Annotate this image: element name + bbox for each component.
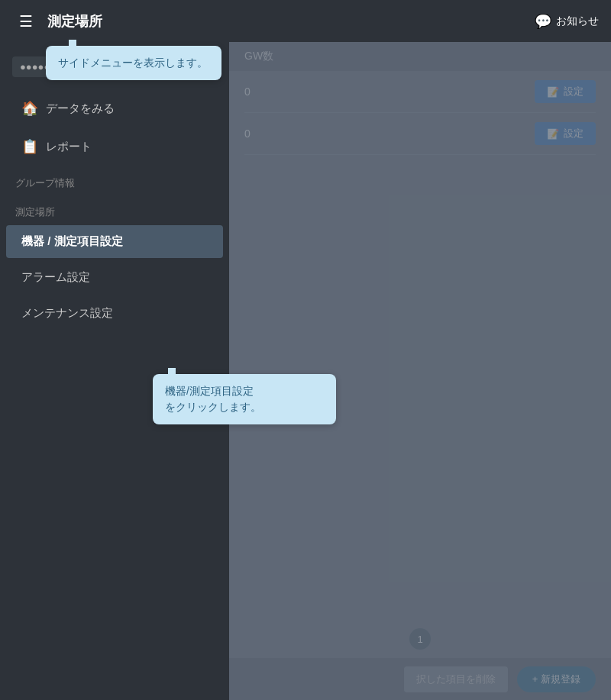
notification-label: お知らせ xyxy=(556,15,599,28)
notification-button[interactable]: 💬 お知らせ xyxy=(535,13,599,30)
menu-icon: ☰ xyxy=(19,12,33,31)
menu-button[interactable]: ☰ xyxy=(12,8,40,35)
sidebar-item-maintenance-label: メンテナンス設定 xyxy=(21,306,113,321)
report-icon: 📋 xyxy=(21,138,38,155)
sidebar-item-report[interactable]: 📋 レポート xyxy=(6,129,223,164)
sidebar: ●●●●●●●●●●●● ▶ 🏠 データをみる 📋 レポート グループ情報 測定… xyxy=(0,42,229,700)
app-header: ☰ 測定場所 💬 お知らせ xyxy=(0,0,611,42)
main-overlay xyxy=(229,42,611,700)
sidebar-item-maintenance[interactable]: メンテナンス設定 xyxy=(6,297,223,330)
sidebar-item-report-label: レポート xyxy=(46,140,92,154)
sidebar-section-group: グループ情報 xyxy=(0,166,229,195)
sidebar-item-device-settings[interactable]: 機器 / 測定項目設定 xyxy=(6,225,223,258)
tooltip-menu-text: サイドメニューを表示します。 xyxy=(58,56,208,69)
sidebar-item-alarm-label: アラーム設定 xyxy=(21,270,90,285)
sidebar-section-location: 測定場所 xyxy=(0,195,229,224)
sidebar-item-data[interactable]: 🏠 データをみる xyxy=(6,91,223,126)
sidebar-item-device-label: 機器 / 測定項目設定 xyxy=(21,234,123,249)
notification-icon: 💬 xyxy=(535,13,551,30)
tooltip-device-text-2: をクリックします。 xyxy=(165,401,261,413)
sidebar-item-alarm-settings[interactable]: アラーム設定 xyxy=(6,261,223,294)
tooltip-menu: サイドメニューを表示します。 xyxy=(46,46,221,80)
tooltip-device-text-1: 機器/測定項目設定 xyxy=(165,385,254,397)
home-icon: 🏠 xyxy=(21,100,38,117)
page-title: 測定場所 xyxy=(47,12,535,31)
tooltip-device: 機器/測定項目設定 をクリックします。 xyxy=(153,374,336,424)
sidebar-item-data-label: データをみる xyxy=(46,102,115,116)
